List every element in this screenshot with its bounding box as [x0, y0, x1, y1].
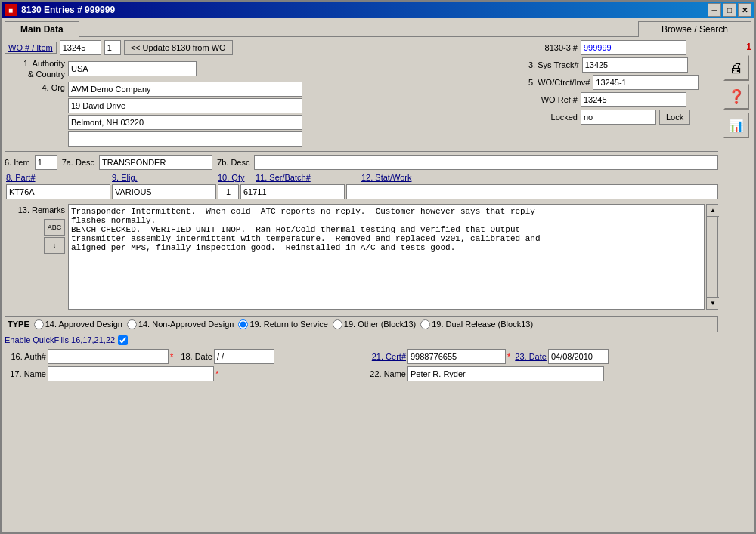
minimize-button[interactable]: ─	[708, 3, 721, 17]
type-return-service-radio[interactable]	[238, 319, 248, 329]
org-fields	[68, 82, 516, 147]
scroll-track	[707, 217, 717, 297]
type-non-approved[interactable]: 14. Non-Approved Design	[127, 319, 234, 329]
auth-required: *	[170, 352, 173, 361]
wo-ctrct-input[interactable]	[593, 75, 699, 90]
bottom-form: 16. Auth# * 18. Date 17. Name *	[5, 349, 718, 381]
cert-row: 21. Cert# * 23. Date	[364, 349, 718, 364]
name17-input[interactable]	[48, 366, 214, 381]
ser-batch-input[interactable]	[240, 184, 345, 199]
column-headers: 8. Part# 9. Elig. 10. Qty 11. Ser/Batch#…	[5, 173, 718, 182]
auth-input[interactable]	[48, 349, 169, 364]
maximize-button[interactable]: □	[723, 3, 736, 17]
wo-item-number-input[interactable]	[104, 40, 121, 55]
right-sidebar: 1 🖨 ❓ 📊	[721, 40, 751, 529]
table-button[interactable]: 📊	[723, 113, 749, 138]
date18-label: 18. Date	[181, 352, 212, 361]
name17-label: 17. Name	[5, 369, 46, 378]
content-area: Main Data Browse / Search WO # / Item	[2, 18, 754, 532]
tab-main-data-label: Main Data	[20, 24, 64, 35]
down-arrow-button[interactable]: ↓	[44, 237, 65, 254]
remarks-scrollbar: ▲ ▼	[706, 204, 718, 310]
table-icon: 📊	[729, 119, 744, 133]
desc-label: 7a. Desc	[62, 158, 94, 167]
divider-1	[5, 151, 718, 152]
help-button[interactable]: ❓	[723, 84, 749, 110]
qty-input[interactable]	[218, 184, 239, 199]
authority-input[interactable]	[68, 61, 197, 76]
org-address3-input[interactable]	[68, 131, 302, 147]
tab-main-data[interactable]: Main Data	[5, 21, 79, 38]
name22-input[interactable]	[407, 366, 604, 381]
remarks-label: 13. Remarks	[18, 205, 65, 215]
print-button[interactable]: 🖨	[723, 55, 749, 81]
cert-input[interactable]	[407, 349, 506, 364]
type-approved-radio[interactable]	[34, 319, 44, 329]
wo-item-label[interactable]: WO # / Item	[5, 42, 57, 54]
col-stat-header: 12. Stat/Work	[361, 173, 718, 182]
quickfills-row: Enable QuickFills 16,17,21,22	[5, 335, 718, 345]
top-section: WO # / Item << Update 8130 from WO 1. Au…	[5, 40, 718, 148]
quickfills-checkbox[interactable]	[118, 335, 128, 345]
type-return-service[interactable]: 19. Return to Service	[238, 319, 327, 329]
sys-track-label: 3. Sys Track#	[528, 60, 579, 69]
type-approved[interactable]: 14. Approved Design	[34, 319, 122, 329]
update-8130-button[interactable]: << Update 8130 from WO	[124, 40, 233, 55]
left-col: WO # / Item << Update 8130 from WO 1. Au…	[5, 40, 516, 148]
locked-input[interactable]	[581, 110, 656, 125]
abc-button[interactable]: ABC	[44, 219, 65, 236]
type-section: TYPE 14. Approved Design 14. Non-Approve…	[5, 316, 718, 332]
scroll-down-button[interactable]: ▼	[707, 297, 719, 309]
item-row: 6. Item 7a. Desc 7b. Desc	[5, 155, 718, 170]
type-dual-release-radio[interactable]	[420, 319, 430, 329]
scroll-up-button[interactable]: ▲	[707, 205, 719, 217]
right-col: 8130-3 # 3. Sys Track# 5. WO/Ctrct/Inv#	[522, 40, 718, 148]
type-non-approved-radio[interactable]	[127, 319, 137, 329]
title-bar: ■ 8130 Entries # 999999 ─ □ ✕	[2, 2, 754, 18]
name17-row: 17. Name *	[5, 366, 358, 381]
record-badge: 1	[746, 42, 751, 52]
sys-track-row: 3. Sys Track#	[528, 57, 718, 73]
date18-input[interactable]	[214, 349, 274, 364]
date23-label[interactable]: 23. Date	[515, 352, 547, 361]
type-dual-release[interactable]: 19. Dual Release (Block13)	[420, 319, 533, 329]
wo-ref-label: WO Ref #	[528, 95, 578, 104]
close-button[interactable]: ✕	[738, 3, 751, 17]
sys-track-input[interactable]	[582, 57, 688, 73]
main-window: ■ 8130 Entries # 999999 ─ □ ✕ Main Data …	[0, 0, 756, 534]
wo-ref-input[interactable]	[581, 92, 686, 107]
desc-input[interactable]	[99, 155, 212, 170]
title-buttons: ─ □ ✕	[708, 3, 751, 17]
elig-input[interactable]	[112, 184, 216, 199]
part-input[interactable]	[6, 184, 110, 199]
lock-button[interactable]: Lock	[659, 110, 690, 125]
stat-work-input[interactable]	[346, 184, 718, 199]
org-name-input[interactable]	[68, 82, 302, 97]
org-address2-input[interactable]	[68, 115, 302, 130]
type-label: TYPE	[8, 319, 29, 329]
col-part-header: 8. Part#	[6, 173, 112, 182]
authority-label: 1. Authority & Country	[5, 58, 65, 80]
item-input[interactable]	[35, 155, 57, 170]
desc2-input[interactable]	[254, 155, 718, 170]
wo-number-input[interactable]	[60, 40, 101, 55]
quickfills-link[interactable]: Enable QuickFills 16,17,21,22	[5, 335, 115, 344]
type-other-radio[interactable]	[333, 319, 342, 329]
name22-label: 22. Name	[364, 369, 406, 378]
type-other[interactable]: 19. Other (Block13)	[333, 319, 416, 329]
8130-number-input[interactable]	[581, 40, 686, 55]
tab-browse-search[interactable]: Browse / Search	[638, 21, 751, 37]
desc2-label: 7b. Desc	[217, 158, 249, 167]
left-panel: WO # / Item << Update 8130 from WO 1. Au…	[5, 40, 718, 529]
cert-label[interactable]: 21. Cert#	[364, 352, 406, 361]
wo-ctrct-label: 5. WO/Ctrct/Inv#	[528, 78, 590, 87]
tab-browse-search-label: Browse / Search	[662, 24, 728, 35]
org-address1-input[interactable]	[68, 98, 302, 113]
locked-label: Locked	[528, 113, 578, 122]
remarks-icons: ABC ↓	[44, 219, 65, 254]
bottom-right: 21. Cert# * 23. Date 22. Name	[364, 349, 718, 381]
name22-row: 22. Name	[364, 366, 718, 381]
date23-input[interactable]	[548, 349, 609, 364]
remarks-left: 13. Remarks ABC ↓	[5, 204, 65, 254]
remarks-textarea[interactable]: Transponder Intermittent. When cold ATC …	[68, 204, 705, 310]
